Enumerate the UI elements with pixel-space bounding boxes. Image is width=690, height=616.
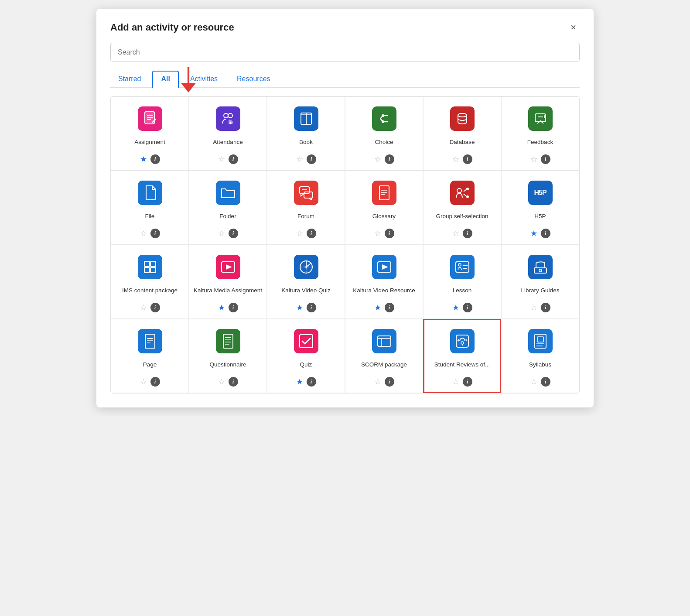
item-label-choice: Choice (375, 135, 393, 149)
info-button-book[interactable]: i (307, 154, 316, 164)
grid-item-scorm[interactable]: SCORM package ☆ i (345, 319, 423, 393)
svg-point-43 (458, 264, 461, 266)
info-button-forum[interactable]: i (307, 229, 316, 238)
item-label-database: Database (450, 135, 475, 149)
tab-resources[interactable]: Resources (229, 72, 278, 87)
item-label-page: Page (143, 358, 157, 372)
star-button-assignment[interactable]: ★ (140, 155, 147, 163)
star-button-feedback[interactable]: ☆ (530, 155, 537, 163)
info-button-choice[interactable]: i (385, 154, 394, 164)
svg-point-12 (382, 114, 384, 117)
item-actions-file: ☆ i (140, 229, 160, 238)
grid-item-ims-content[interactable]: IMS content package ☆ i (111, 245, 189, 319)
star-button-kaltura-quiz[interactable]: ★ (296, 304, 303, 311)
info-button-attendance[interactable]: i (229, 154, 238, 164)
svg-rect-29 (150, 261, 156, 267)
grid-item-page[interactable]: Page ☆ i (111, 319, 189, 393)
item-icon-glossary (372, 181, 396, 205)
star-button-file[interactable]: ☆ (140, 229, 147, 237)
info-button-folder[interactable]: i (229, 229, 238, 238)
grid-item-kaltura-quiz[interactable]: Kaltura Video Quiz ★ i (267, 245, 345, 319)
star-button-group-self-selection[interactable]: ☆ (452, 229, 459, 237)
grid-item-assignment[interactable]: Assignment ★ i (111, 96, 189, 171)
grid-item-syllabus[interactable]: Syllabus ☆ i (501, 319, 579, 393)
star-button-student-reviews[interactable]: ☆ (452, 378, 459, 386)
info-button-kaltura-quiz[interactable]: i (307, 303, 316, 312)
star-button-ims-content[interactable]: ☆ (140, 304, 147, 311)
info-button-glossary[interactable]: i (385, 229, 394, 238)
star-button-forum[interactable]: ☆ (296, 229, 303, 237)
grid-item-database[interactable]: Database ☆ i (423, 96, 501, 171)
grid-item-folder[interactable]: Folder ☆ i (189, 171, 267, 245)
star-button-database[interactable]: ☆ (452, 155, 459, 163)
info-button-syllabus[interactable]: i (541, 377, 550, 387)
modal-header: Add an activity or resource × (110, 21, 580, 34)
item-label-syllabus: Syllabus (529, 358, 551, 372)
grid-item-choice[interactable]: Choice ☆ i (345, 96, 423, 171)
star-button-book[interactable]: ☆ (296, 155, 303, 163)
item-actions-page: ☆ i (140, 377, 160, 387)
grid-item-h5p[interactable]: H5P H5P ★ i (501, 171, 579, 245)
star-button-h5p[interactable]: ★ (530, 229, 537, 237)
star-button-folder[interactable]: ☆ (218, 229, 225, 237)
grid-item-feedback[interactable]: Feedback ☆ i (501, 96, 579, 171)
grid-item-lesson[interactable]: Lesson ★ i (423, 245, 501, 319)
star-button-kaltura-resource[interactable]: ★ (374, 304, 381, 311)
item-label-book: Book (299, 135, 313, 149)
grid-item-questionnaire[interactable]: Questionnaire ☆ i (189, 319, 267, 393)
info-button-assignment[interactable]: i (150, 154, 160, 164)
info-button-kaltura-resource[interactable]: i (385, 303, 394, 312)
star-button-quiz[interactable]: ★ (296, 378, 303, 386)
star-button-scorm[interactable]: ☆ (374, 378, 381, 386)
star-button-choice[interactable]: ☆ (374, 155, 381, 163)
star-button-library-guides[interactable]: ☆ (530, 304, 537, 311)
grid-item-glossary[interactable]: Glossary ☆ i (345, 171, 423, 245)
star-button-glossary[interactable]: ☆ (374, 229, 381, 237)
info-button-h5p[interactable]: i (541, 229, 550, 238)
info-button-quiz[interactable]: i (307, 377, 316, 387)
grid-item-book[interactable]: Book ☆ i (267, 96, 345, 171)
grid-item-kaltura-media[interactable]: Kaltura Media Assignment ★ i (189, 245, 267, 319)
close-button[interactable]: × (567, 21, 580, 34)
info-button-kaltura-media[interactable]: i (229, 303, 238, 312)
info-button-feedback[interactable]: i (541, 154, 550, 164)
grid-item-quiz[interactable]: Quiz ★ i (267, 319, 345, 393)
info-button-ims-content[interactable]: i (150, 303, 160, 312)
svg-rect-21 (379, 186, 389, 200)
item-actions-database: ☆ i (452, 154, 472, 164)
star-button-lesson[interactable]: ★ (452, 304, 459, 311)
item-icon-kaltura-resource (372, 255, 396, 279)
svg-rect-30 (144, 267, 150, 273)
info-button-page[interactable]: i (150, 377, 160, 387)
info-button-group-self-selection[interactable]: i (463, 229, 472, 238)
star-button-page[interactable]: ☆ (140, 378, 147, 386)
grid-item-library-guides[interactable]: Library Guides ☆ i (501, 245, 579, 319)
info-button-scorm[interactable]: i (385, 377, 394, 387)
grid-item-kaltura-resource[interactable]: Kaltura Video Resource ★ i (345, 245, 423, 319)
grid-item-forum[interactable]: Forum ☆ i (267, 171, 345, 245)
info-button-student-reviews[interactable]: i (463, 377, 472, 387)
grid-item-attendance[interactable]: Attendance ☆ i (189, 96, 267, 171)
star-button-kaltura-media[interactable]: ★ (218, 304, 225, 311)
item-actions-ims-content: ☆ i (140, 303, 160, 312)
info-button-file[interactable]: i (150, 229, 160, 238)
search-input[interactable] (110, 43, 580, 62)
star-button-syllabus[interactable]: ☆ (530, 378, 537, 386)
item-actions-kaltura-media: ★ i (218, 303, 238, 312)
info-button-questionnaire[interactable]: i (229, 377, 238, 387)
info-button-database[interactable]: i (463, 154, 472, 164)
svg-point-7 (224, 113, 228, 118)
grid-item-student-reviews[interactable]: Student Reviews of... ☆ i (423, 319, 501, 393)
item-label-assignment: Assignment (134, 135, 165, 149)
star-button-attendance[interactable]: ☆ (218, 155, 225, 163)
item-actions-quiz: ★ i (296, 377, 316, 387)
svg-rect-20 (304, 192, 313, 198)
tab-all[interactable]: All (152, 71, 178, 88)
info-button-library-guides[interactable]: i (541, 303, 550, 312)
tab-starred[interactable]: Starred (110, 72, 149, 87)
star-button-questionnaire[interactable]: ☆ (218, 378, 225, 386)
grid-item-file[interactable]: File ☆ i (111, 171, 189, 245)
info-button-lesson[interactable]: i (463, 303, 472, 312)
grid-item-group-self-selection[interactable]: Group self-selection ☆ i (423, 171, 501, 245)
item-icon-assignment (138, 106, 162, 131)
